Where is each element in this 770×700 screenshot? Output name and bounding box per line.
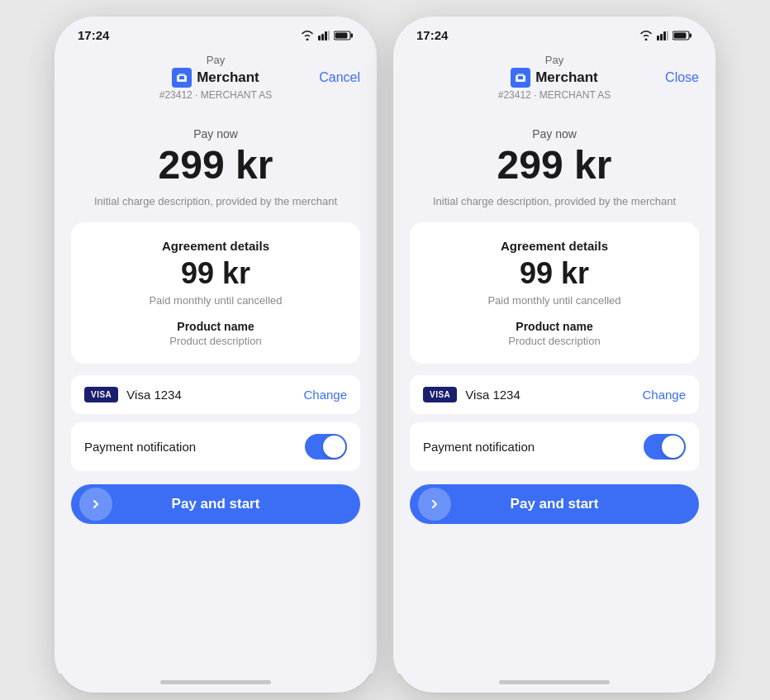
merchant-id-2: #23412 · MERCHANT AS xyxy=(498,89,611,101)
visa-badge-1: VISA xyxy=(84,387,118,402)
svg-rect-3 xyxy=(328,31,330,40)
card-info-1: VISA Visa 1234 xyxy=(84,387,303,402)
pay-amount-2: 299 kr xyxy=(410,144,699,188)
svg-rect-10 xyxy=(657,36,659,40)
agreement-freq-2: Paid monthly until cancelled xyxy=(426,294,682,307)
svg-rect-11 xyxy=(660,34,663,40)
wifi-icon-2 xyxy=(639,31,653,40)
status-bar-2: 17:24 xyxy=(393,17,715,47)
merchant-info-1: Pay Merchant #23412 · MERCHANT AS xyxy=(159,54,273,101)
toggle-knob-1 xyxy=(323,436,345,458)
pay-button-arrow-1 xyxy=(79,488,112,521)
svg-rect-6 xyxy=(335,32,348,38)
card-info-2: VISA Visa 1234 xyxy=(423,387,642,402)
product-name-1: Product name xyxy=(88,320,344,333)
pay-button-text-1: Pay and start xyxy=(172,496,260,512)
pay-and-start-button-1[interactable]: Pay and start xyxy=(71,484,360,524)
pay-description-1: Initial charge description, provided by … xyxy=(71,194,360,209)
visa-badge-2: VISA xyxy=(423,387,457,402)
battery-icon xyxy=(334,31,354,40)
svg-rect-16 xyxy=(674,32,687,38)
close-button[interactable]: Close xyxy=(665,70,699,85)
merchant-logo-icon xyxy=(176,72,188,83)
pay-amount-1: 299 kr xyxy=(71,144,360,188)
home-indicator-2 xyxy=(499,680,610,684)
svg-rect-19 xyxy=(518,76,523,79)
pay-button-text-2: Pay and start xyxy=(511,496,599,512)
merchant-info-2: Pay Merchant #23412 · MERCHANT AS xyxy=(498,54,611,101)
svg-rect-5 xyxy=(351,33,354,37)
toggle-knob-2 xyxy=(662,436,684,458)
battery-icon-2 xyxy=(673,31,692,40)
status-time-2: 17:24 xyxy=(416,28,448,42)
svg-rect-13 xyxy=(667,31,668,40)
payment-method-1: VISA Visa 1234 Change xyxy=(71,375,360,414)
merchant-name-row-2: Merchant xyxy=(511,68,598,88)
payment-method-2: VISA Visa 1234 Change xyxy=(410,375,699,414)
merchant-name-1: Merchant xyxy=(197,69,259,86)
screen-content-1: Pay Merchant #23412 · MERCHANT AS Cancel xyxy=(55,47,377,674)
agreement-card-1: Agreement details 99 kr Paid monthly unt… xyxy=(71,222,360,364)
pay-section-1: Pay now 299 kr Initial charge descriptio… xyxy=(71,111,360,222)
signal-icon-2 xyxy=(657,31,668,40)
card-number-2: Visa 1234 xyxy=(465,388,520,402)
agreement-amount-2: 99 kr xyxy=(426,256,682,291)
agreement-card-2: Agreement details 99 kr Paid monthly unt… xyxy=(410,222,699,364)
svg-rect-15 xyxy=(690,33,692,37)
wifi-icon xyxy=(301,31,314,40)
phone-1: 17:24 Pay xyxy=(55,17,377,694)
svg-rect-0 xyxy=(318,36,321,40)
cancel-button[interactable]: Cancel xyxy=(319,70,360,85)
screen-content-2: Pay Merchant #23412 · MERCHANT AS Close … xyxy=(393,47,715,674)
merchant-icon-1 xyxy=(172,68,192,88)
svg-rect-2 xyxy=(325,31,327,40)
product-name-2: Product name xyxy=(426,320,682,333)
svg-rect-9 xyxy=(179,76,184,79)
merchant-name-row-1: Merchant xyxy=(172,68,259,88)
merchant-id-1: #23412 · MERCHANT AS xyxy=(159,89,273,101)
svg-rect-12 xyxy=(663,31,666,40)
product-desc-2: Product description xyxy=(426,335,682,347)
pay-section-2: Pay now 299 kr Initial charge descriptio… xyxy=(410,111,699,222)
pay-now-label-1: Pay now xyxy=(71,127,360,140)
status-bar-1: 17:24 xyxy=(55,17,377,47)
notification-label-2: Payment notification xyxy=(423,440,535,454)
merchant-logo-icon-2 xyxy=(515,72,526,83)
signal-icon xyxy=(318,31,330,40)
phone-2: 17:24 Pay xyxy=(393,17,715,694)
product-desc-1: Product description xyxy=(88,335,344,347)
home-indicator-1 xyxy=(160,680,271,684)
chevron-right-icon-2 xyxy=(430,499,440,509)
notification-row-1: Payment notification xyxy=(71,422,360,471)
change-card-button-1[interactable]: Change xyxy=(303,388,347,402)
header-1: Pay Merchant #23412 · MERCHANT AS Cancel xyxy=(71,47,360,111)
status-time-1: 17:24 xyxy=(78,28,109,42)
svg-rect-1 xyxy=(321,34,324,40)
notification-toggle-2[interactable] xyxy=(644,434,686,460)
agreement-title-2: Agreement details xyxy=(426,239,682,253)
merchant-icon-2 xyxy=(511,68,530,88)
header-2: Pay Merchant #23412 · MERCHANT AS Close xyxy=(410,47,699,111)
chevron-right-icon xyxy=(91,499,101,509)
pay-label-1: Pay xyxy=(207,54,225,66)
notification-toggle-1[interactable] xyxy=(305,434,347,460)
agreement-amount-1: 99 kr xyxy=(88,256,344,291)
status-icons-2 xyxy=(639,31,692,40)
agreement-freq-1: Paid monthly until cancelled xyxy=(88,294,344,307)
card-number-1: Visa 1234 xyxy=(126,388,181,402)
merchant-name-2: Merchant xyxy=(535,69,598,86)
notification-row-2: Payment notification xyxy=(410,422,699,471)
pay-and-start-button-2[interactable]: Pay and start xyxy=(410,484,699,524)
status-icons-1 xyxy=(301,31,354,40)
pay-label-2: Pay xyxy=(545,54,563,66)
pay-now-label-2: Pay now xyxy=(410,127,699,140)
notification-label-1: Payment notification xyxy=(84,440,196,454)
pay-button-arrow-2 xyxy=(418,488,451,521)
pay-description-2: Initial charge description, provided by … xyxy=(410,194,699,209)
change-card-button-2[interactable]: Change xyxy=(642,388,686,402)
agreement-title-1: Agreement details xyxy=(88,239,344,253)
